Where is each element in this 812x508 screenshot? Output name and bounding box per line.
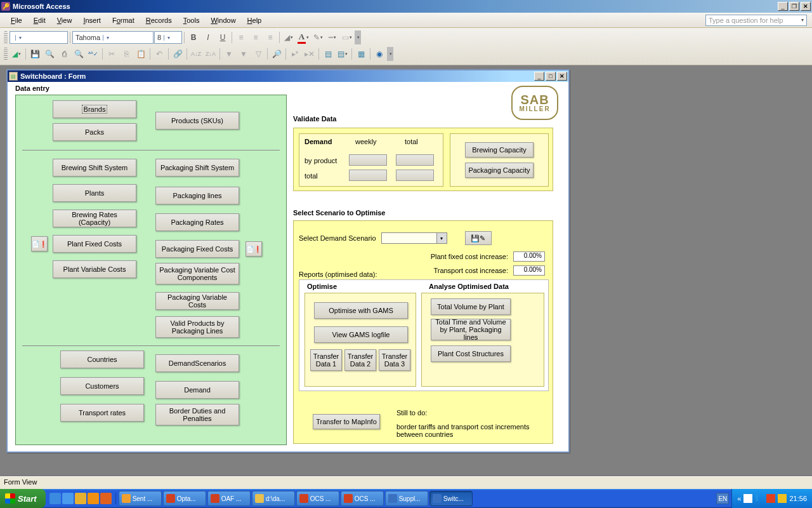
- taskbar-item[interactable]: OCS ...: [341, 491, 384, 506]
- help-search[interactable]: Type a question for help: [705, 15, 807, 26]
- menu-format[interactable]: Format: [107, 15, 140, 26]
- packaging-lines-button[interactable]: Packaging lines: [155, 187, 239, 204]
- menu-insert[interactable]: Insert: [77, 15, 107, 26]
- line-thickness-button[interactable]: ━▾: [325, 30, 339, 44]
- toggle-filter-button[interactable]: ▽: [251, 47, 265, 61]
- outlook-icon[interactable]: [88, 493, 99, 504]
- explorer-icon[interactable]: [75, 493, 86, 504]
- plant-var-button[interactable]: Plant Variable Costs: [53, 260, 136, 278]
- db-window-button[interactable]: ▤: [321, 47, 335, 61]
- plants-button[interactable]: Plants: [53, 184, 136, 202]
- transport-inc-value[interactable]: 0.00%: [513, 265, 545, 276]
- taskbar-item-active[interactable]: Switc...: [429, 491, 473, 506]
- office-links-button[interactable]: ▦: [354, 47, 368, 61]
- valid-products-button[interactable]: Valid Products by Packaging Lines: [155, 316, 239, 338]
- help-button[interactable]: ◉: [372, 47, 386, 61]
- tray-icon[interactable]: [766, 494, 775, 503]
- menu-help[interactable]: Help: [242, 15, 268, 26]
- total-volume-button[interactable]: Total Volume by Plant: [431, 298, 511, 315]
- transport-button[interactable]: Transport rates: [60, 404, 144, 422]
- align-right-button[interactable]: ≡: [263, 30, 277, 44]
- brands-button[interactable]: Brands: [53, 100, 136, 118]
- find-button[interactable]: 🔎: [270, 47, 284, 61]
- menu-edit[interactable]: Edit: [28, 15, 51, 26]
- transfer-mapinfo-button[interactable]: Transfer to MapInfo: [313, 414, 380, 429]
- filter-selection-button[interactable]: ▼: [222, 47, 236, 61]
- tray-icon[interactable]: [778, 494, 787, 503]
- tray-icon[interactable]: [743, 494, 752, 503]
- desktop-icon[interactable]: [62, 493, 74, 504]
- plant-fixed-inc-value[interactable]: 0.00%: [513, 251, 545, 262]
- brewing-shift-button[interactable]: Brewing Shift System: [53, 159, 136, 177]
- bluetooth-icon[interactable]: ᛒ: [755, 494, 764, 503]
- undo-button[interactable]: ↶: [152, 47, 166, 61]
- font-combo[interactable]: Tahoma▾: [72, 31, 154, 44]
- font-size-combo[interactable]: 8▾: [154, 31, 182, 44]
- transfer-data-1-button[interactable]: Transfer Data 1: [310, 349, 342, 371]
- brewing-rates-button[interactable]: Brewing Rates (Capacity): [53, 210, 136, 227]
- font-color-button[interactable]: A▾: [296, 30, 310, 44]
- tray-chevron-icon[interactable]: «: [737, 495, 741, 502]
- italic-button[interactable]: I: [201, 30, 215, 44]
- border-duties-button[interactable]: Border Duties and Penalties: [155, 404, 239, 425]
- toolbar-grip[interactable]: [4, 31, 8, 44]
- align-center-button[interactable]: ≡: [249, 30, 263, 44]
- packaging-shift-button[interactable]: Packaging Shift System: [155, 159, 239, 177]
- toolbar-grip-2[interactable]: [4, 48, 8, 60]
- object-combo[interactable]: ▾: [10, 31, 68, 44]
- taskbar-item[interactable]: OAF ...: [207, 491, 251, 506]
- bold-button[interactable]: B: [187, 30, 200, 44]
- filter-form-button[interactable]: ▼: [237, 47, 251, 61]
- packaging-capacity-button[interactable]: Packaging Capacity: [465, 163, 534, 178]
- spelling-button[interactable]: ᴬᴮ✓: [86, 47, 100, 61]
- menu-view[interactable]: View: [51, 15, 78, 26]
- close-button[interactable]: ✕: [801, 2, 811, 11]
- special-effect-button[interactable]: ▭▾: [340, 30, 354, 44]
- hyperlink-button[interactable]: 🔗: [171, 47, 185, 61]
- sort-desc-button[interactable]: Z↓A: [204, 47, 218, 61]
- demand-byproduct-weekly-button[interactable]: [349, 154, 387, 166]
- packaging-fixed-edit-icon[interactable]: 📄❗: [246, 241, 262, 257]
- new-record-button[interactable]: ▸*: [288, 47, 302, 61]
- packs-button[interactable]: Packs: [53, 123, 136, 141]
- form-titlebar[interactable]: ▤ Switchboard : Form _ □ ✕: [8, 70, 568, 82]
- taskbar-item[interactable]: d:\da...: [252, 491, 295, 506]
- form-maximize-button[interactable]: □: [546, 72, 556, 81]
- demand-byproduct-total-button[interactable]: [396, 154, 434, 166]
- taskbar-item[interactable]: Suppl...: [385, 491, 428, 506]
- language-indicator[interactable]: EN: [716, 493, 729, 504]
- align-left-button[interactable]: ≡: [234, 30, 248, 44]
- packaging-fixed-button[interactable]: Packaging Fixed Costs: [155, 240, 239, 258]
- packaging-rates-button[interactable]: Packaging Rates: [155, 213, 239, 231]
- products-button[interactable]: Products (SKUs): [155, 112, 239, 130]
- copy-button[interactable]: ⎘: [119, 47, 133, 61]
- minimize-button[interactable]: _: [778, 2, 788, 11]
- ie-icon[interactable]: [49, 493, 61, 504]
- search-file-button[interactable]: 🔍: [43, 47, 56, 61]
- toolbar-options-1[interactable]: ▾: [355, 30, 361, 44]
- optimise-gams-button[interactable]: Optimise with GAMS: [314, 302, 408, 319]
- transfer-data-3-button[interactable]: Transfer Data 3: [379, 349, 410, 371]
- taskbar-item[interactable]: Sent ...: [119, 491, 162, 506]
- plant-fixed-button[interactable]: Plant Fixed Costs: [53, 235, 136, 253]
- clock[interactable]: 21:56: [789, 495, 807, 502]
- demand-scenario-combo[interactable]: ▾: [381, 232, 447, 244]
- transfer-data-2-button[interactable]: Transfer Data 2: [344, 349, 376, 371]
- line-color-button[interactable]: ✎▾: [311, 30, 325, 44]
- plant-cost-button[interactable]: Plant Cost Structures: [431, 345, 511, 362]
- menu-window[interactable]: Window: [205, 15, 241, 26]
- new-object-button[interactable]: ▤▾: [336, 47, 350, 61]
- system-tray[interactable]: « ᛒ 21:56: [731, 489, 812, 508]
- demand-button[interactable]: Demand: [155, 381, 239, 399]
- sort-asc-button[interactable]: A↓Z: [189, 47, 203, 61]
- cut-button[interactable]: ✂: [105, 47, 119, 61]
- brewing-capacity-button[interactable]: Brewing Capacity: [465, 142, 534, 157]
- taskbar-item[interactable]: Opta...: [163, 491, 206, 506]
- customers-button[interactable]: Customers: [60, 377, 144, 395]
- firefox-icon[interactable]: [100, 493, 112, 504]
- demand-total-total-button[interactable]: [396, 170, 434, 181]
- packaging-var-comp-button[interactable]: Packaging Variable Cost Components: [155, 263, 239, 284]
- form-close-button[interactable]: ✕: [557, 72, 567, 81]
- paste-button[interactable]: 📋: [134, 47, 148, 61]
- plant-fixed-edit-icon[interactable]: 📄❗: [31, 236, 48, 251]
